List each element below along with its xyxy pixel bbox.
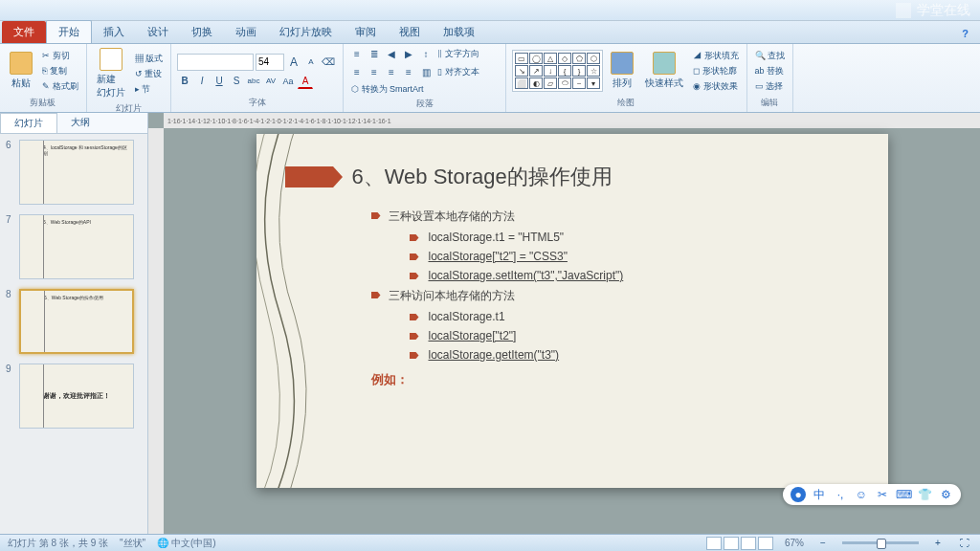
list-item: localStorage.getItem("t3") — [371, 348, 850, 362]
section-button[interactable]: ▸ 节 — [133, 82, 166, 97]
thumbnail-row[interactable]: 8 6、Web Storage的操作使用 — [6, 289, 142, 354]
view-buttons — [706, 537, 773, 550]
bullets-button[interactable]: ≡ — [349, 46, 365, 61]
slideshow-view-button[interactable] — [758, 537, 773, 550]
ribbon-tabs: 文件 开始 插入 设计 切换 动画 幻灯片放映 审阅 视图 加载项 ? — [0, 21, 980, 44]
paste-button[interactable]: 粘贴 — [6, 50, 36, 92]
grow-font-button[interactable]: A — [286, 55, 301, 70]
paste-label: 粘贴 — [11, 77, 31, 90]
thumbnail-9[interactable]: 谢谢，欢迎批评指正！ — [19, 364, 134, 429]
justify-button[interactable]: ≡ — [401, 64, 416, 79]
tab-review[interactable]: 审阅 — [344, 21, 388, 43]
indent-dec-button[interactable]: ◀ — [384, 46, 399, 61]
align-right-button[interactable]: ≡ — [384, 64, 399, 79]
group-clipboard-title: 剪贴板 — [6, 96, 80, 110]
tab-file[interactable]: 文件 — [2, 21, 46, 43]
normal-view-button[interactable] — [706, 537, 722, 550]
tab-insert[interactable]: 插入 — [92, 21, 136, 43]
font-name-input[interactable] — [177, 54, 254, 71]
align-left-button[interactable]: ≡ — [349, 64, 365, 79]
text-direction-button[interactable]: ‖ 文字方向 — [435, 47, 481, 61]
fit-window-button[interactable]: ⛶ — [957, 536, 972, 551]
tab-animations[interactable]: 动画 — [224, 21, 268, 43]
work-area: 幻灯片 大纲 6 4、localStorage 和 sessionStorage… — [0, 113, 980, 534]
thumbnail-7[interactable]: 5、Web Storage的API — [19, 214, 134, 279]
replace-button[interactable]: ab 替换 — [753, 64, 788, 78]
smartart-button[interactable]: ⬡ 转换为 SmartArt — [349, 82, 426, 97]
horizontal-ruler[interactable]: 1·16·1·14·1·12·1·10·1·8·1·6·1·4·1·2·1·0·… — [164, 113, 980, 128]
thumbnails-list[interactable]: 6 4、localStorage 和 sessionStorage的区别 7 5… — [0, 134, 147, 534]
quick-styles-label: 快速样式 — [645, 77, 683, 90]
clear-format-button[interactable]: ⌫ — [321, 55, 336, 70]
select-button[interactable]: ▭ 选择 — [753, 79, 788, 94]
shape-outline-button[interactable]: ◻ 形状轮廓 — [691, 64, 741, 78]
ime-icon[interactable]: ● — [791, 487, 806, 502]
vertical-ruler[interactable] — [148, 128, 164, 534]
panel-tab-outline[interactable]: 大纲 — [57, 113, 103, 133]
tab-home[interactable]: 开始 — [46, 20, 92, 43]
emoji-icon[interactable]: ☺ — [854, 487, 869, 502]
scissors-icon[interactable]: ✂ — [875, 487, 890, 502]
thumbnail-6[interactable]: 4、localStorage 和 sessionStorage的区别 — [19, 140, 134, 205]
spacing-button[interactable]: AV — [263, 74, 278, 89]
format-painter-button[interactable]: ✎ 格式刷 — [40, 79, 80, 94]
indent-inc-button[interactable]: ▶ — [401, 46, 416, 61]
language-status[interactable]: 🌐 中文(中国) — [157, 537, 215, 550]
numbering-button[interactable]: ≣ — [367, 46, 382, 61]
case-button[interactable]: Aa — [280, 74, 296, 89]
lang-cn-icon[interactable]: 中 — [812, 487, 827, 502]
new-slide-button[interactable]: 新建 幻灯片 — [93, 46, 129, 101]
canvas-area: 1·16·1·14·1·12·1·10·1·8·1·6·1·4·1·2·1·0·… — [148, 113, 980, 534]
zoom-level[interactable]: 67% — [785, 538, 804, 548]
arrange-button[interactable]: 排列 — [607, 50, 637, 92]
tab-addins[interactable]: 加载项 — [432, 21, 486, 43]
thumb-number: 6 — [6, 140, 15, 150]
tab-transitions[interactable]: 切换 — [180, 21, 224, 43]
cut-button[interactable]: ✂ 剪切 — [40, 49, 80, 63]
tab-design[interactable]: 设计 — [136, 21, 180, 43]
font-color-button[interactable]: A — [298, 74, 313, 89]
settings-icon[interactable]: ⚙ — [938, 487, 953, 502]
tab-slideshow[interactable]: 幻灯片放映 — [268, 21, 344, 43]
find-button[interactable]: 🔍 查找 — [753, 49, 788, 63]
shape-gallery[interactable]: ▭◯△◇⬠⬡ ↘↗↓{}☆ ⬜◐▱⬭~▾ — [512, 50, 603, 92]
tab-view[interactable]: 视图 — [388, 21, 432, 43]
bold-button[interactable]: B — [177, 74, 192, 89]
align-center-button[interactable]: ≡ — [367, 64, 382, 79]
font-size-input[interactable] — [256, 54, 284, 71]
group-paragraph: ≡ ≣ ◀ ▶ ↕ ‖ 文字方向 ≡ ≡ ≡ ≡ ▥ ▯ 对齐文本 ⬡ 转换为 … — [344, 44, 506, 112]
thumbnail-row[interactable]: 9 谢谢，欢迎批评指正！ — [6, 364, 142, 429]
shrink-font-button[interactable]: A — [303, 55, 319, 70]
help-icon[interactable]: ? — [950, 24, 980, 43]
shape-effects-button[interactable]: ◉ 形状效果 — [691, 79, 741, 94]
reset-button[interactable]: ↺ 重设 — [133, 67, 166, 81]
thumbnail-row[interactable]: 7 5、Web Storage的API — [6, 214, 142, 279]
thumbnail-8[interactable]: 6、Web Storage的操作使用 — [19, 289, 134, 354]
shape-fill-button[interactable]: ◢ 形状填充 — [691, 49, 741, 63]
slide-canvas[interactable]: 6、Web Storage的操作使用 三种设置本地存储的方法 localStor… — [256, 134, 888, 488]
keyboard-icon[interactable]: ⌨ — [896, 487, 911, 502]
slide-title[interactable]: 6、Web Storage的操作使用 — [352, 163, 850, 191]
zoom-out-button[interactable]: − — [815, 536, 831, 551]
italic-button[interactable]: I — [194, 74, 210, 89]
layout-button[interactable]: ▦ 版式 — [133, 52, 166, 66]
quick-styles-button[interactable]: 快速样式 — [641, 50, 687, 92]
slide-content[interactable]: 三种设置本地存储的方法 localStorage.t1 = "HTML5" lo… — [352, 209, 850, 362]
punct-icon[interactable]: ·, — [833, 487, 848, 502]
reading-view-button[interactable] — [741, 537, 756, 550]
align-text-button[interactable]: ▯ 对齐文本 — [435, 65, 481, 79]
shadow-button[interactable]: abc — [246, 74, 261, 89]
zoom-slider[interactable] — [842, 541, 919, 544]
zoom-in-button[interactable]: + — [930, 536, 946, 551]
pin-icon[interactable]: 👕 — [917, 487, 932, 502]
panel-tab-slides[interactable]: 幻灯片 — [0, 113, 57, 133]
copy-button[interactable]: ⎘ 复制 — [40, 64, 80, 78]
sorter-view-button[interactable] — [724, 537, 739, 550]
thumbnail-row[interactable]: 6 4、localStorage 和 sessionStorage的区别 — [6, 140, 142, 205]
thumb-number: 7 — [6, 214, 15, 225]
line-spacing-button[interactable]: ↕ — [418, 46, 434, 61]
columns-button[interactable]: ▥ — [418, 64, 434, 79]
title-bar — [0, 0, 980, 21]
underline-button[interactable]: U — [212, 74, 227, 89]
strike-button[interactable]: S — [229, 74, 244, 89]
